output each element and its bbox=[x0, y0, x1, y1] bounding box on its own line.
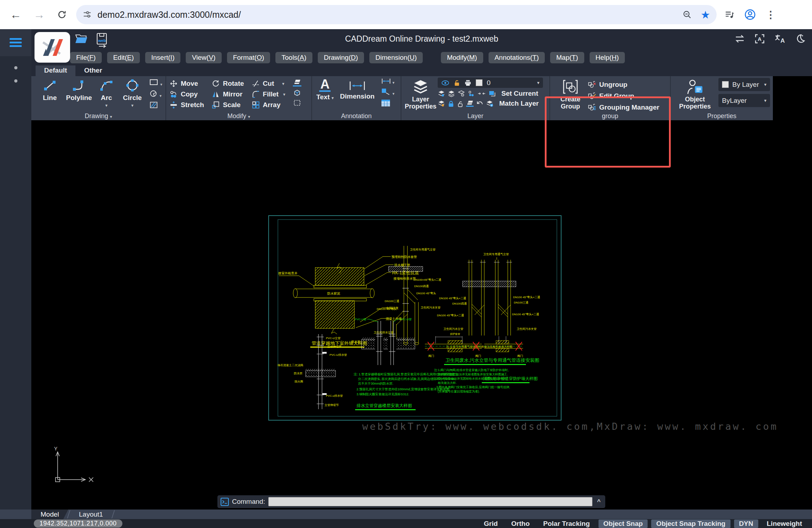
toggle-object-snap-tracking[interactable]: Object Snap Tracking bbox=[651, 519, 730, 528]
layer-isolate-icon[interactable] bbox=[438, 90, 445, 97]
browser-menu-icon[interactable]: ⋮ bbox=[766, 9, 776, 21]
selection-box-button[interactable] bbox=[293, 99, 301, 106]
scale-button[interactable]: Scale bbox=[212, 100, 244, 110]
stretch-button[interactable]: Stretch bbox=[170, 100, 204, 110]
menu-format[interactable]: Format(O) bbox=[227, 52, 270, 64]
object-properties-button[interactable]: Object Properties bbox=[677, 79, 713, 110]
layer-freeze-icon[interactable] bbox=[438, 100, 445, 107]
match-layer-button[interactable]: Match Layer bbox=[499, 100, 539, 107]
menu-modify[interactable]: Modify(M) bbox=[441, 52, 483, 64]
color-dropdown[interactable]: By Layer ▾ bbox=[718, 78, 770, 91]
layer-dropdown-caret[interactable]: ▾ bbox=[537, 80, 539, 85]
site-info-icon[interactable] bbox=[83, 10, 92, 19]
arc-button[interactable]: Arc ▾ bbox=[95, 79, 117, 110]
layer-copy-icon[interactable] bbox=[468, 90, 475, 97]
rectangle-tool-button[interactable]: ▾ bbox=[149, 79, 162, 87]
panel-label-properties[interactable]: Properties bbox=[671, 112, 773, 120]
command-input[interactable] bbox=[268, 497, 592, 506]
translate-icon[interactable]: A bbox=[774, 33, 786, 44]
panel-label-modify[interactable]: Modify▾ bbox=[166, 112, 311, 120]
app-logo[interactable] bbox=[35, 32, 70, 63]
text-button[interactable]: A Text ▾ bbox=[316, 78, 333, 101]
cut-dropdown-chevron[interactable]: ▾ bbox=[282, 81, 284, 86]
playlist-icon[interactable] bbox=[724, 10, 734, 20]
tab-other[interactable]: Other bbox=[75, 65, 111, 76]
array-button[interactable]: Array bbox=[252, 100, 285, 110]
hamburger-menu[interactable] bbox=[0, 29, 31, 56]
menu-edit[interactable]: Edit(E) bbox=[107, 52, 140, 64]
table-button[interactable] bbox=[381, 99, 395, 108]
menu-file[interactable]: File(F) bbox=[70, 52, 102, 64]
line-button[interactable]: Line bbox=[37, 79, 63, 110]
set-current-icon[interactable] bbox=[488, 90, 496, 97]
layer-undo-icon[interactable] bbox=[476, 100, 484, 107]
toggle-dyn[interactable]: DYN bbox=[734, 519, 758, 528]
drawing-canvas[interactable]: 预埋刚性防水套管 排水横干管 RK-1柔性抗震 接墙铸铁排水管 接室外检查井 防… bbox=[31, 123, 812, 509]
explode-3d-button[interactable] bbox=[293, 89, 301, 97]
sidebar-dot-indicator[interactable] bbox=[14, 66, 17, 69]
layer-stack-icon[interactable] bbox=[448, 90, 455, 97]
layer-print-icon[interactable] bbox=[464, 80, 471, 86]
circle-dropdown-chevron[interactable]: ▾ bbox=[131, 103, 133, 108]
panel-label-annotation[interactable]: Annotation bbox=[312, 112, 401, 120]
mirror-button[interactable]: Mirror bbox=[212, 90, 244, 99]
command-collapse-chevron[interactable]: ^ bbox=[596, 498, 602, 505]
layer-visibility-eye-icon[interactable] bbox=[441, 80, 449, 86]
toggle-lineweight[interactable]: Lineweight bbox=[762, 519, 807, 528]
layer-merge-icon[interactable] bbox=[478, 91, 486, 96]
layer-color-swatch[interactable] bbox=[476, 79, 483, 86]
copy-button[interactable]: Copy bbox=[170, 90, 204, 99]
menu-annotations[interactable]: Annotations(T) bbox=[489, 52, 545, 64]
bookmark-star-icon[interactable]: ★ bbox=[701, 9, 710, 21]
menu-tools[interactable]: Tools(A) bbox=[275, 52, 312, 64]
dark-mode-icon[interactable] bbox=[795, 33, 806, 44]
layer-quick-bar[interactable]: 0 ▾ bbox=[438, 78, 543, 88]
toggle-polar-tracking[interactable]: Polar Tracking bbox=[538, 519, 595, 528]
layer-erase-icon[interactable] bbox=[466, 100, 474, 107]
fillet-button[interactable]: Fillet ▾ bbox=[252, 90, 285, 99]
layer-unlock-icon[interactable] bbox=[454, 80, 460, 86]
arc-dropdown-chevron[interactable]: ▾ bbox=[105, 103, 107, 108]
tab-model[interactable]: Model bbox=[31, 509, 68, 519]
profile-icon[interactable] bbox=[744, 9, 756, 20]
layer-lock-icon[interactable] bbox=[448, 100, 454, 107]
create-group-button[interactable]: Create Group bbox=[555, 79, 586, 110]
zoom-page-icon[interactable] bbox=[682, 10, 692, 20]
layer-settings-icon[interactable] bbox=[458, 90, 465, 97]
layer-properties-button[interactable]: Layer Properties bbox=[404, 79, 437, 110]
menu-help[interactable]: Help(H) bbox=[590, 52, 625, 64]
panel-label-group[interactable]: group bbox=[550, 112, 670, 120]
menu-view[interactable]: View(V) bbox=[186, 52, 221, 64]
sync-arrows-icon[interactable] bbox=[734, 34, 745, 43]
circle-button[interactable]: Circle ▾ bbox=[120, 79, 145, 110]
panel-label-layer[interactable]: Layer bbox=[401, 112, 549, 120]
ungroup-button[interactable]: Ungroup bbox=[588, 80, 659, 89]
sidebar-dot-indicator[interactable] bbox=[14, 79, 17, 83]
move-button[interactable]: Move bbox=[170, 79, 204, 88]
quick-dimension-button[interactable]: ▾ bbox=[381, 78, 395, 85]
polyline-button[interactable]: Polyline bbox=[65, 79, 93, 110]
linetype-dropdown[interactable]: ByLayer ▾ bbox=[718, 94, 770, 107]
grouping-manager-button[interactable]: Grouping Manager bbox=[588, 102, 659, 112]
linetype-dropdown-caret[interactable]: ▾ bbox=[764, 98, 766, 103]
toggle-ortho[interactable]: Ortho bbox=[506, 519, 535, 528]
arc-segment-tool-button[interactable]: ▾ bbox=[149, 90, 162, 99]
set-current-button[interactable]: Set Current bbox=[501, 90, 538, 97]
reload-icon[interactable] bbox=[57, 10, 67, 20]
tab-layout1[interactable]: Layout1 bbox=[68, 509, 114, 519]
menu-drawing[interactable]: Drawing(D) bbox=[318, 52, 364, 64]
menu-insert[interactable]: Insert(I) bbox=[145, 52, 180, 64]
tab-default[interactable]: Default bbox=[36, 65, 75, 76]
toggle-object-snap[interactable]: Object Snap bbox=[599, 519, 648, 528]
text-dropdown-chevron[interactable]: ▾ bbox=[332, 96, 334, 100]
leader-button[interactable]: ▾ bbox=[381, 88, 395, 96]
url-text[interactable]: demo2.mxdraw3d.com:3000/mxcad/ bbox=[97, 10, 682, 20]
edit-group-button[interactable]: Edit Group bbox=[588, 91, 659, 101]
rotate-button[interactable]: Rotate bbox=[212, 79, 244, 88]
match-layer-icon[interactable] bbox=[486, 100, 494, 107]
panel-label-drawing[interactable]: Drawing▾ bbox=[31, 112, 165, 120]
fillet-dropdown-chevron[interactable]: ▾ bbox=[283, 92, 285, 97]
hatch-tool-button[interactable] bbox=[149, 101, 162, 110]
back-icon[interactable]: ← bbox=[10, 8, 21, 21]
forward-icon[interactable]: → bbox=[33, 8, 45, 21]
